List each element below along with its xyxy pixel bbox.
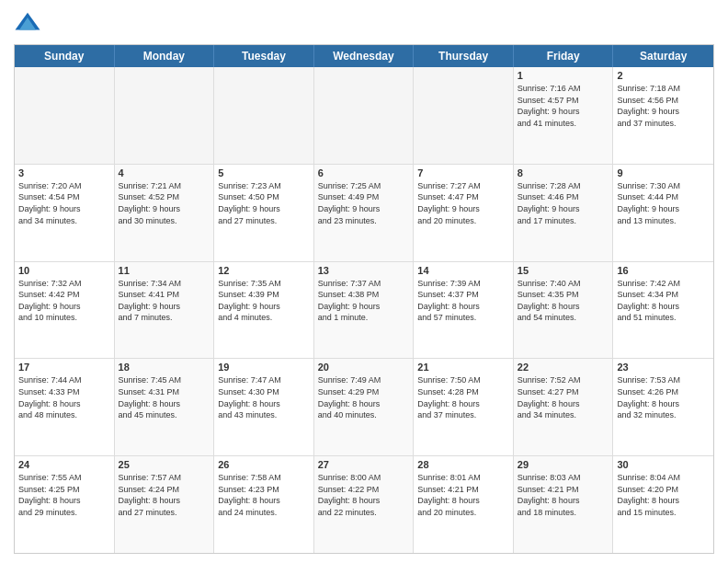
- cell-sun-info: Sunrise: 7:49 AM Sunset: 4:29 PM Dayligh…: [318, 374, 410, 420]
- day-number: 1: [518, 70, 609, 81]
- cell-sun-info: Sunrise: 7:57 AM Sunset: 4:24 PM Dayligh…: [119, 472, 210, 518]
- header: [14, 9, 714, 37]
- day-number: 3: [18, 167, 110, 178]
- day-number: 9: [617, 167, 710, 178]
- day-number: 21: [417, 362, 509, 373]
- cell-sun-info: Sunrise: 7:16 AM Sunset: 4:57 PM Dayligh…: [518, 83, 609, 129]
- day-number: 24: [18, 459, 110, 470]
- day-number: 2: [617, 70, 710, 81]
- header-day-friday: Friday: [514, 45, 614, 67]
- logo-icon: [14, 9, 41, 37]
- cell-sun-info: Sunrise: 7:55 AM Sunset: 4:25 PM Dayligh…: [18, 472, 110, 518]
- day-number: 4: [119, 167, 210, 178]
- logo: [14, 9, 45, 37]
- day-number: 19: [218, 362, 310, 373]
- cell-sun-info: Sunrise: 7:52 AM Sunset: 4:27 PM Dayligh…: [518, 374, 609, 420]
- calendar-cell: 6Sunrise: 7:25 AM Sunset: 4:49 PM Daylig…: [314, 165, 415, 261]
- calendar-row-2: 10Sunrise: 7:32 AM Sunset: 4:42 PM Dayli…: [15, 262, 713, 360]
- day-number: 27: [318, 459, 410, 470]
- cell-sun-info: Sunrise: 8:04 AM Sunset: 4:20 PM Dayligh…: [617, 472, 710, 518]
- day-number: 5: [218, 167, 310, 178]
- cell-sun-info: Sunrise: 7:42 AM Sunset: 4:34 PM Dayligh…: [617, 278, 710, 324]
- calendar-row-3: 17Sunrise: 7:44 AM Sunset: 4:33 PM Dayli…: [15, 359, 713, 456]
- day-number: 20: [318, 362, 410, 373]
- day-number: 11: [119, 265, 210, 276]
- calendar-cell: 19Sunrise: 7:47 AM Sunset: 4:30 PM Dayli…: [214, 359, 314, 455]
- day-number: 22: [518, 362, 609, 373]
- day-number: 23: [617, 362, 710, 373]
- cell-sun-info: Sunrise: 7:34 AM Sunset: 4:41 PM Dayligh…: [119, 278, 210, 324]
- calendar-cell: 3Sunrise: 7:20 AM Sunset: 4:54 PM Daylig…: [15, 165, 115, 261]
- calendar-cell: 9Sunrise: 7:30 AM Sunset: 4:44 PM Daylig…: [613, 165, 713, 261]
- day-number: 17: [18, 362, 110, 373]
- calendar-cell: [214, 67, 314, 164]
- calendar-cell: 5Sunrise: 7:23 AM Sunset: 4:50 PM Daylig…: [214, 165, 314, 261]
- calendar-cell: 4Sunrise: 7:21 AM Sunset: 4:52 PM Daylig…: [115, 165, 215, 261]
- calendar-cell: [414, 67, 514, 164]
- cell-sun-info: Sunrise: 7:35 AM Sunset: 4:39 PM Dayligh…: [218, 278, 310, 324]
- cell-sun-info: Sunrise: 7:20 AM Sunset: 4:54 PM Dayligh…: [18, 180, 110, 226]
- day-number: 7: [417, 167, 509, 178]
- header-day-thursday: Thursday: [414, 45, 514, 67]
- day-number: 28: [417, 459, 509, 470]
- calendar-row-1: 3Sunrise: 7:20 AM Sunset: 4:54 PM Daylig…: [15, 165, 713, 262]
- calendar-cell: 2Sunrise: 7:18 AM Sunset: 4:56 PM Daylig…: [613, 67, 713, 164]
- calendar-cell: 15Sunrise: 7:40 AM Sunset: 4:35 PM Dayli…: [514, 262, 614, 359]
- header-day-saturday: Saturday: [613, 45, 713, 67]
- header-day-tuesday: Tuesday: [214, 45, 314, 67]
- calendar-cell: 1Sunrise: 7:16 AM Sunset: 4:57 PM Daylig…: [514, 67, 614, 164]
- calendar-cell: 23Sunrise: 7:53 AM Sunset: 4:26 PM Dayli…: [613, 359, 713, 455]
- calendar-header: SundayMondayTuesdayWednesdayThursdayFrid…: [15, 45, 713, 67]
- calendar-cell: 16Sunrise: 7:42 AM Sunset: 4:34 PM Dayli…: [613, 262, 713, 359]
- calendar-cell: 12Sunrise: 7:35 AM Sunset: 4:39 PM Dayli…: [214, 262, 314, 359]
- calendar-cell: 10Sunrise: 7:32 AM Sunset: 4:42 PM Dayli…: [15, 262, 115, 359]
- cell-sun-info: Sunrise: 7:44 AM Sunset: 4:33 PM Dayligh…: [18, 374, 110, 420]
- calendar-cell: 8Sunrise: 7:28 AM Sunset: 4:46 PM Daylig…: [514, 165, 614, 261]
- calendar-cell: 7Sunrise: 7:27 AM Sunset: 4:47 PM Daylig…: [414, 165, 514, 261]
- calendar-cell: 24Sunrise: 7:55 AM Sunset: 4:25 PM Dayli…: [15, 456, 115, 553]
- calendar-cell: [115, 67, 215, 164]
- day-number: 18: [119, 362, 210, 373]
- cell-sun-info: Sunrise: 7:40 AM Sunset: 4:35 PM Dayligh…: [518, 278, 609, 324]
- cell-sun-info: Sunrise: 8:03 AM Sunset: 4:21 PM Dayligh…: [518, 472, 609, 518]
- calendar-cell: 13Sunrise: 7:37 AM Sunset: 4:38 PM Dayli…: [314, 262, 415, 359]
- calendar-cell: [314, 67, 415, 164]
- calendar-cell: 17Sunrise: 7:44 AM Sunset: 4:33 PM Dayli…: [15, 359, 115, 455]
- calendar-cell: [15, 67, 115, 164]
- cell-sun-info: Sunrise: 7:53 AM Sunset: 4:26 PM Dayligh…: [617, 374, 710, 420]
- day-number: 14: [417, 265, 509, 276]
- cell-sun-info: Sunrise: 7:18 AM Sunset: 4:56 PM Dayligh…: [617, 83, 710, 129]
- cell-sun-info: Sunrise: 7:28 AM Sunset: 4:46 PM Dayligh…: [518, 180, 609, 226]
- calendar-cell: 22Sunrise: 7:52 AM Sunset: 4:27 PM Dayli…: [514, 359, 614, 455]
- calendar-row-4: 24Sunrise: 7:55 AM Sunset: 4:25 PM Dayli…: [15, 456, 713, 553]
- cell-sun-info: Sunrise: 7:37 AM Sunset: 4:38 PM Dayligh…: [318, 278, 410, 324]
- cell-sun-info: Sunrise: 7:47 AM Sunset: 4:30 PM Dayligh…: [218, 374, 310, 420]
- cell-sun-info: Sunrise: 7:39 AM Sunset: 4:37 PM Dayligh…: [417, 278, 509, 324]
- cell-sun-info: Sunrise: 8:00 AM Sunset: 4:22 PM Dayligh…: [318, 472, 410, 518]
- day-number: 29: [518, 459, 609, 470]
- cell-sun-info: Sunrise: 7:58 AM Sunset: 4:23 PM Dayligh…: [218, 472, 310, 518]
- page: SundayMondayTuesdayWednesdayThursdayFrid…: [0, 0, 728, 563]
- cell-sun-info: Sunrise: 7:50 AM Sunset: 4:28 PM Dayligh…: [417, 374, 509, 420]
- calendar-cell: 28Sunrise: 8:01 AM Sunset: 4:21 PM Dayli…: [414, 456, 514, 553]
- calendar-row-0: 1Sunrise: 7:16 AM Sunset: 4:57 PM Daylig…: [15, 67, 713, 165]
- day-number: 8: [518, 167, 609, 178]
- day-number: 30: [617, 459, 710, 470]
- calendar-cell: 29Sunrise: 8:03 AM Sunset: 4:21 PM Dayli…: [514, 456, 614, 553]
- calendar-cell: 30Sunrise: 8:04 AM Sunset: 4:20 PM Dayli…: [613, 456, 713, 553]
- cell-sun-info: Sunrise: 7:32 AM Sunset: 4:42 PM Dayligh…: [18, 278, 110, 324]
- day-number: 15: [518, 265, 609, 276]
- day-number: 26: [218, 459, 310, 470]
- calendar-cell: 20Sunrise: 7:49 AM Sunset: 4:29 PM Dayli…: [314, 359, 415, 455]
- header-day-wednesday: Wednesday: [314, 45, 415, 67]
- header-day-monday: Monday: [115, 45, 215, 67]
- cell-sun-info: Sunrise: 7:21 AM Sunset: 4:52 PM Dayligh…: [119, 180, 210, 226]
- day-number: 16: [617, 265, 710, 276]
- calendar-cell: 14Sunrise: 7:39 AM Sunset: 4:37 PM Dayli…: [414, 262, 514, 359]
- calendar-cell: 18Sunrise: 7:45 AM Sunset: 4:31 PM Dayli…: [115, 359, 215, 455]
- cell-sun-info: Sunrise: 7:23 AM Sunset: 4:50 PM Dayligh…: [218, 180, 310, 226]
- calendar-cell: 26Sunrise: 7:58 AM Sunset: 4:23 PM Dayli…: [214, 456, 314, 553]
- calendar-cell: 21Sunrise: 7:50 AM Sunset: 4:28 PM Dayli…: [414, 359, 514, 455]
- calendar-body: 1Sunrise: 7:16 AM Sunset: 4:57 PM Daylig…: [15, 67, 713, 553]
- day-number: 13: [318, 265, 410, 276]
